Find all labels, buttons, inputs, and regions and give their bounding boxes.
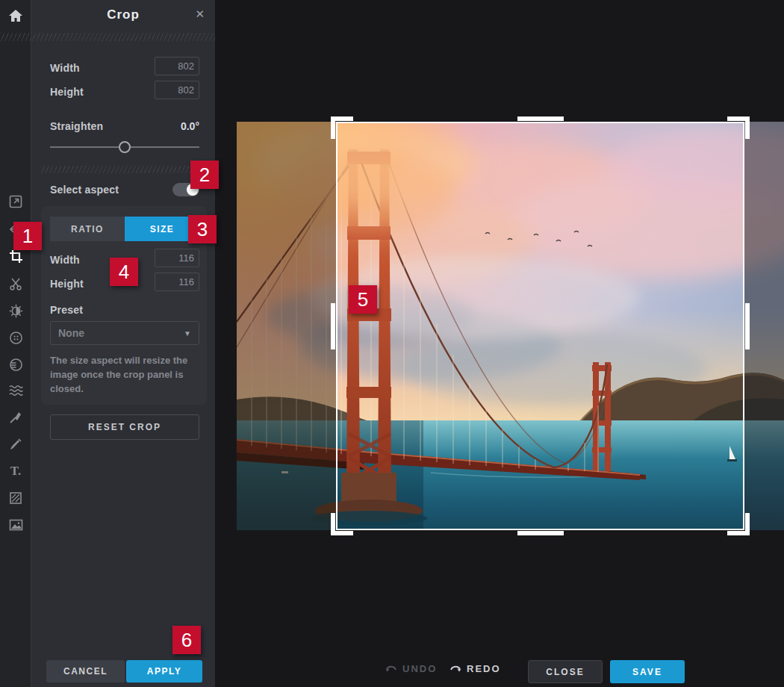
tone-icon <box>9 358 23 372</box>
crop-handle-left[interactable] <box>331 303 335 349</box>
crop-handle-bottom-left[interactable] <box>331 513 353 535</box>
size-width-input[interactable] <box>155 249 199 267</box>
tool-liquify[interactable] <box>0 378 31 403</box>
tab-ratio[interactable]: RATIO <box>50 217 125 241</box>
crop-panel: Crop ✕ Width Height Straighten 0.0° Sele… <box>31 0 215 687</box>
crop-height-label: Height <box>50 86 84 98</box>
reset-crop-button[interactable]: RESET CROP <box>50 414 199 440</box>
adjust-icon <box>9 304 23 318</box>
annotation-badge-1: 1 <box>13 222 42 250</box>
size-height-label: Height <box>50 278 84 290</box>
size-width-label: Width <box>50 254 80 266</box>
crop-height-input[interactable] <box>155 81 199 99</box>
panel-divider <box>31 33 215 41</box>
crop-handle-top[interactable] <box>517 116 564 121</box>
dim-overlay-right <box>744 122 784 530</box>
tool-retouch[interactable] <box>0 325 31 350</box>
apply-button[interactable]: APPLY <box>126 660 202 683</box>
undo-button[interactable]: UNDO <box>385 663 437 674</box>
tool-cutout[interactable] <box>0 271 31 296</box>
redo-icon <box>449 664 462 674</box>
text-tool-icon: T. <box>10 464 21 479</box>
crop-width-input[interactable] <box>155 57 199 75</box>
preset-label: Preset <box>50 304 83 316</box>
tool-text[interactable]: T. <box>0 458 31 484</box>
crop-width-label: Width <box>50 62 80 74</box>
fill-pattern-icon <box>9 491 22 505</box>
crop-handle-top-right[interactable] <box>727 116 750 139</box>
tool-draw[interactable] <box>0 432 31 457</box>
crop-handle-bottom[interactable] <box>517 531 564 535</box>
panel-title: Crop <box>31 7 215 22</box>
preset-dropdown[interactable]: None ▼ <box>50 321 199 345</box>
straighten-slider-handle[interactable] <box>119 141 131 153</box>
home-button[interactable] <box>0 4 31 27</box>
home-icon <box>8 9 23 22</box>
straighten-value: 0.0° <box>181 120 199 132</box>
save-button[interactable]: SAVE <box>610 660 685 683</box>
retouch-button-icon <box>9 331 23 345</box>
draw-brush-icon <box>9 438 22 451</box>
close-panel-icon[interactable]: ✕ <box>195 7 205 21</box>
undo-label: UNDO <box>402 663 437 674</box>
annotation-badge-2: 2 <box>190 161 219 189</box>
undo-icon <box>385 664 398 674</box>
annotation-badge-6: 6 <box>172 626 201 654</box>
close-button[interactable]: CLOSE <box>528 660 603 683</box>
annotation-badge-3: 3 <box>188 215 217 243</box>
select-aspect-label: Select aspect <box>50 184 119 196</box>
tool-fill[interactable] <box>0 485 31 511</box>
cutout-scissors-icon <box>9 277 22 290</box>
size-height-input[interactable] <box>155 273 199 291</box>
crop-handle-top-left[interactable] <box>331 116 353 139</box>
cancel-button[interactable]: CANCEL <box>46 660 125 683</box>
redo-label: REDO <box>467 663 501 674</box>
tool-rail: T. <box>0 0 31 687</box>
annotation-badge-4: 4 <box>110 258 138 286</box>
photo-editor-app: T. Crop ✕ Width Height Straighten <box>0 0 784 687</box>
toolbar-divider <box>0 33 31 41</box>
crop-handle-bottom-right[interactable] <box>727 513 750 535</box>
add-image-icon <box>9 518 23 532</box>
tool-tone[interactable] <box>0 352 31 377</box>
tool-adjust[interactable] <box>0 298 31 323</box>
tool-open-image[interactable] <box>0 189 31 214</box>
crop-icon <box>9 249 23 264</box>
crop-selection[interactable] <box>336 122 744 530</box>
tool-add-image[interactable] <box>0 512 31 538</box>
dim-overlay-left <box>237 122 336 530</box>
section-divider <box>40 166 194 173</box>
size-aspect-note: The size aspect will resize the image on… <box>50 354 199 397</box>
redo-button[interactable]: REDO <box>449 663 501 674</box>
tool-blush[interactable] <box>0 405 31 430</box>
straighten-label: Straighten <box>50 120 103 132</box>
annotation-badge-5: 5 <box>349 285 377 314</box>
liquify-waves-icon <box>8 384 23 397</box>
open-image-icon <box>9 195 22 208</box>
blush-brush-icon <box>9 411 22 424</box>
chevron-down-icon: ▼ <box>184 329 191 338</box>
crop-handle-right[interactable] <box>745 303 750 349</box>
preset-value: None <box>58 327 84 339</box>
